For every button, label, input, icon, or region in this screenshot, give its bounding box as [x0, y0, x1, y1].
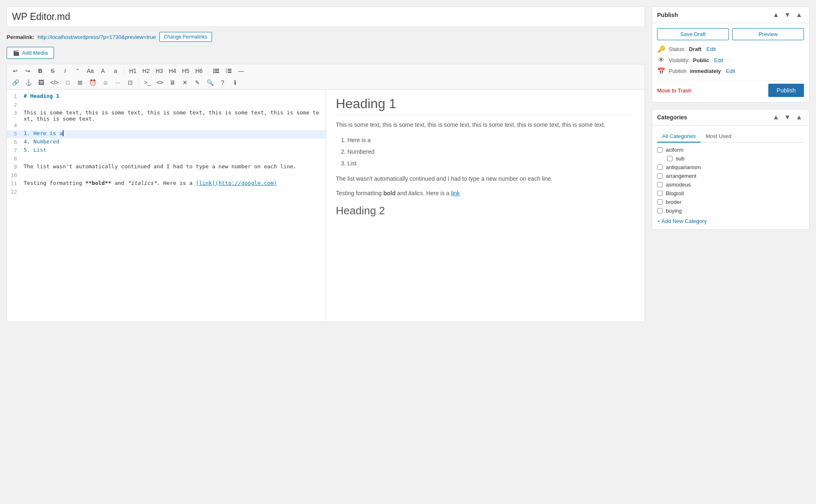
- ordered-list-button[interactable]: 1.2.3.: [223, 66, 235, 76]
- permalink-link[interactable]: http://localhost/wordpress/?p=1730&previ…: [37, 34, 156, 40]
- link-button[interactable]: 🔗: [10, 78, 22, 87]
- category-buying: buying: [657, 208, 804, 214]
- pagebreak-button[interactable]: ⊡: [124, 78, 136, 87]
- checkbox-broder[interactable]: [657, 199, 663, 205]
- line-content-5[interactable]: 1. Here is a: [20, 130, 326, 138]
- code-line-5: 5 1. Here is a: [7, 130, 326, 138]
- checkbox-arrangement[interactable]: [657, 173, 663, 179]
- undo-button[interactable]: ↩: [10, 66, 21, 76]
- publish-collapse-up-button[interactable]: ▲: [771, 10, 781, 19]
- image-button[interactable]: 🖼: [35, 78, 47, 87]
- hr-button[interactable]: —: [236, 66, 247, 76]
- markdown-editor-pane[interactable]: 1 # Heading 1 2 3 This is some text, thi…: [7, 90, 326, 322]
- line-number-2: 2: [7, 101, 20, 109]
- category-label-asmodeus: asmodeus: [666, 182, 691, 188]
- line-content-10[interactable]: [20, 172, 326, 180]
- preformatted-button[interactable]: □: [62, 78, 73, 87]
- checkbox-antiquarianism[interactable]: [657, 165, 663, 170]
- anchor-button[interactable]: ⚓: [22, 78, 34, 87]
- category-arrangement: arrangement: [657, 173, 804, 179]
- datetime-button[interactable]: ⏰: [87, 78, 99, 87]
- publish-collapse-down-button[interactable]: ▼: [782, 10, 792, 19]
- change-permalinks-button[interactable]: Change Permalinks: [159, 32, 212, 42]
- checkbox-asmodeus[interactable]: [657, 182, 663, 187]
- toolbar-sep-2: [208, 67, 208, 75]
- list-item-1: Here is a: [348, 134, 635, 146]
- formatting-before: Testing formatting: [336, 190, 383, 196]
- categories-collapse-up-button[interactable]: ▲: [771, 113, 781, 122]
- fullscreen-button[interactable]: ✕: [179, 78, 191, 87]
- publish-time-edit-link[interactable]: Edit: [726, 68, 735, 74]
- categories-collapse-down-button[interactable]: ▼: [782, 113, 792, 122]
- line-content-7[interactable]: 5. List: [20, 147, 326, 155]
- line-content-1[interactable]: # Heading 1: [20, 93, 326, 101]
- checkbox-blogroll[interactable]: [657, 191, 663, 196]
- toolbar-sep-3: [139, 78, 139, 87]
- line-content-3[interactable]: This is some text, this is some text, th…: [20, 109, 326, 122]
- fontsize-button[interactable]: A: [97, 66, 109, 76]
- add-new-category-link[interactable]: + Add New Category: [657, 218, 804, 224]
- italic-button[interactable]: I: [59, 66, 71, 76]
- strikethrough-button[interactable]: S: [47, 66, 58, 76]
- move-to-trash-link[interactable]: Move to Trash: [657, 87, 691, 94]
- more-button[interactable]: ···: [112, 78, 124, 87]
- preview-button[interactable]: Preview: [732, 28, 804, 40]
- visibility-edit-link[interactable]: Edit: [714, 57, 723, 63]
- unordered-list-button[interactable]: [211, 66, 222, 76]
- help-button[interactable]: ?: [217, 78, 229, 87]
- preview-list-note: The list wasn't automatically continued …: [336, 174, 635, 183]
- source-button[interactable]: <>: [154, 78, 166, 87]
- checkbox-aciform[interactable]: [657, 147, 663, 153]
- preview-formatting-text: Testing formatting bold and italics. Her…: [336, 189, 635, 198]
- visibility-value: Public: [693, 57, 709, 63]
- svg-point-4: [213, 70, 214, 72]
- line-number-4: 4: [7, 122, 20, 130]
- post-title-input[interactable]: [7, 7, 645, 27]
- categories-header-btns: ▲ ▼ ▲: [771, 113, 804, 122]
- h5-button[interactable]: H5: [180, 66, 192, 76]
- publish-button[interactable]: Publish: [768, 84, 804, 97]
- info-button[interactable]: ℹ: [229, 78, 241, 87]
- line-content-2[interactable]: [20, 101, 326, 109]
- preview-toggle-button[interactable]: 🖥: [167, 78, 178, 87]
- lowercase-button[interactable]: a: [110, 66, 121, 76]
- line-content-11[interactable]: Testing formatting **bold** and *italics…: [20, 180, 326, 188]
- bold-button[interactable]: B: [34, 66, 46, 76]
- code-lines: 1 # Heading 1 2 3 This is some text, thi…: [7, 93, 326, 196]
- line-content-9[interactable]: The list wasn't automatically continued …: [20, 163, 326, 172]
- status-edit-link[interactable]: Edit: [706, 46, 716, 52]
- quote-button[interactable]: ": [72, 66, 83, 76]
- code-line-9: 9 The list wasn't automatically continue…: [7, 163, 326, 172]
- permalink-row: Permalink: http://localhost/wordpress/?p…: [7, 32, 645, 42]
- line-content-8[interactable]: [20, 155, 326, 163]
- line-content-6[interactable]: 4. Numbered: [20, 138, 326, 147]
- code-button[interactable]: </>: [48, 78, 61, 87]
- save-draft-button[interactable]: Save Draft: [657, 28, 729, 40]
- tab-all-categories[interactable]: All Categories: [657, 131, 701, 143]
- h4-button[interactable]: H4: [166, 66, 179, 76]
- publish-drag-button[interactable]: ▲: [794, 10, 804, 19]
- search-editor-button[interactable]: 🔍: [204, 78, 216, 87]
- checkbox-sub[interactable]: [667, 156, 672, 161]
- checkbox-buying[interactable]: [657, 208, 663, 213]
- h2-button[interactable]: H2: [140, 66, 152, 76]
- status-icon: 🔑: [657, 45, 665, 53]
- preview-link[interactable]: link: [451, 190, 460, 196]
- line-content-12[interactable]: [20, 188, 326, 196]
- add-media-button[interactable]: 🎬 Add Media: [7, 47, 54, 59]
- tab-most-used[interactable]: Most Used: [701, 131, 736, 143]
- h3-button[interactable]: H3: [153, 66, 166, 76]
- table-button[interactable]: ⊞: [74, 78, 86, 87]
- h1-button[interactable]: H1: [127, 66, 139, 76]
- line-content-4[interactable]: [20, 122, 326, 130]
- pen-button[interactable]: ✎: [192, 78, 203, 87]
- h6-button[interactable]: H6: [193, 66, 205, 76]
- emoji-button[interactable]: ☺: [100, 78, 111, 87]
- categories-drag-button[interactable]: ▲: [794, 113, 804, 122]
- uppercase-button[interactable]: Aa: [84, 66, 96, 76]
- svg-rect-1: [215, 70, 219, 71]
- terminal-button[interactable]: >_: [141, 78, 153, 87]
- categories-box: Categories ▲ ▼ ▲ All Categories Most Use…: [652, 109, 809, 230]
- list-item-2: Numbered: [348, 146, 635, 158]
- redo-button[interactable]: ↪: [22, 66, 34, 76]
